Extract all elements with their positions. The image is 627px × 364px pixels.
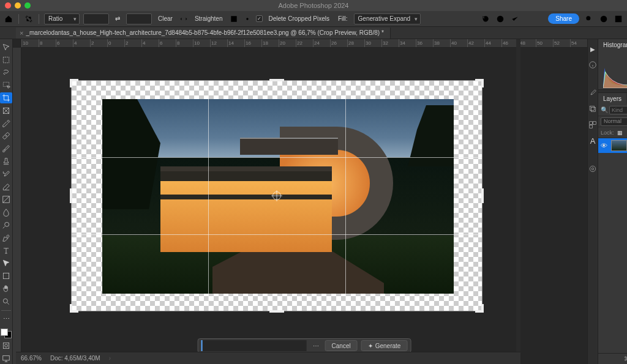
- edit-toolbar-icon[interactable]: ⋯: [0, 314, 12, 325]
- tab-histogram[interactable]: Histogram: [598, 39, 627, 50]
- hand-tool[interactable]: [0, 283, 12, 294]
- lock-label: Lock:: [601, 130, 614, 136]
- screen-mode-icon[interactable]: [0, 353, 12, 364]
- window-maximize-icon[interactable]: [24, 2, 31, 9]
- history-brush-tool[interactable]: [0, 169, 12, 180]
- swatches-panel-icon[interactable]: [588, 120, 598, 130]
- path-select-tool[interactable]: [0, 258, 12, 269]
- crop-handle-bl[interactable]: [70, 304, 72, 313]
- cancel-crop-icon[interactable]: [495, 14, 505, 24]
- crop-handle-tr[interactable]: [481, 79, 484, 87]
- layer-thumbnail[interactable]: [611, 140, 627, 151]
- eraser-tool[interactable]: [0, 182, 12, 193]
- frame-tool[interactable]: [0, 105, 12, 116]
- crop-tool[interactable]: [0, 92, 12, 103]
- clear-button[interactable]: Clear: [156, 14, 175, 23]
- object-select-tool[interactable]: [0, 80, 12, 91]
- svg-point-2: [586, 16, 590, 20]
- svg-rect-5: [3, 57, 9, 62]
- crop-handle-right[interactable]: [481, 188, 484, 203]
- overlay-grid-icon[interactable]: [229, 14, 239, 24]
- blend-mode-dropdown[interactable]: Normal: [601, 117, 627, 126]
- crop-height-input[interactable]: [126, 13, 152, 24]
- color-panel-icon[interactable]: [588, 164, 598, 174]
- canvas[interactable]: ⋯ Cancel ✦Generate: [21, 48, 587, 364]
- crop-grid-line: [72, 234, 482, 235]
- color-swatches[interactable]: [1, 329, 12, 338]
- quick-mask-icon[interactable]: [0, 340, 12, 351]
- help-icon[interactable]: [599, 14, 609, 24]
- tab-layers[interactable]: Layers: [598, 93, 626, 104]
- healing-tool[interactable]: [0, 131, 12, 142]
- layer-row[interactable]: 👁 Crop Preview: [598, 138, 627, 153]
- generate-button[interactable]: ✦Generate: [361, 340, 408, 351]
- character-panel-icon[interactable]: A: [588, 136, 598, 146]
- share-button[interactable]: Share: [548, 13, 579, 24]
- close-tab-icon[interactable]: ×: [20, 29, 23, 37]
- svg-point-0: [246, 18, 249, 20]
- pen-tool[interactable]: [0, 232, 12, 243]
- crop-handle-left[interactable]: [70, 188, 72, 203]
- status-chevron-icon[interactable]: ›: [109, 355, 111, 362]
- brush-tool[interactable]: [0, 143, 12, 154]
- type-tool[interactable]: [0, 245, 12, 256]
- marquee-tool[interactable]: [0, 54, 12, 65]
- window-minimize-icon[interactable]: [15, 2, 21, 9]
- crop-ratio-dropdown[interactable]: Ratio: [44, 13, 80, 24]
- dodge-tool[interactable]: [0, 220, 12, 231]
- search-filter-icon[interactable]: 🔍: [601, 106, 608, 113]
- svg-point-1: [497, 15, 504, 22]
- zoom-tool[interactable]: [0, 296, 12, 307]
- lock-pixels-icon[interactable]: ▦: [616, 128, 625, 138]
- crop-handle-tl[interactable]: [70, 79, 72, 87]
- shape-tool[interactable]: [0, 270, 12, 281]
- canvas-scrollbar[interactable]: [516, 39, 520, 352]
- generative-prompt-input[interactable]: [201, 340, 307, 351]
- tools-panel: ⋯: [0, 39, 13, 364]
- straighten-icon[interactable]: [179, 14, 189, 24]
- crop-handle-bottom[interactable]: [269, 310, 284, 313]
- generative-options-icon[interactable]: ⋯: [310, 343, 321, 349]
- delete-cropped-checkbox[interactable]: ✓: [256, 15, 263, 22]
- crop-settings-icon[interactable]: [242, 14, 252, 24]
- search-icon[interactable]: [584, 14, 594, 24]
- foreground-swatch[interactable]: [1, 329, 8, 336]
- commit-crop-icon[interactable]: [510, 14, 520, 24]
- home-icon[interactable]: [4, 14, 13, 24]
- layers-filter-input[interactable]: [609, 106, 627, 114]
- document-tab[interactable]: × _marcelodantas_a_house_High-tech_archi…: [16, 28, 391, 39]
- window-close-icon[interactable]: [5, 2, 11, 9]
- workspace-icon[interactable]: [614, 14, 623, 24]
- straighten-button[interactable]: Straighten: [192, 14, 225, 23]
- brush-panel-icon[interactable]: [588, 88, 598, 98]
- move-tool[interactable]: [0, 42, 12, 53]
- crop-handle-top[interactable]: [269, 79, 284, 81]
- svg-rect-19: [590, 122, 593, 125]
- play-icon[interactable]: ▶: [588, 44, 598, 54]
- ruler-vertical[interactable]: [13, 48, 21, 364]
- swap-dimensions-icon[interactable]: ⇄: [113, 14, 122, 24]
- visibility-icon[interactable]: 👁: [601, 142, 608, 149]
- crop-width-input[interactable]: [83, 13, 109, 24]
- lasso-tool[interactable]: [0, 67, 12, 78]
- cancel-button[interactable]: Cancel: [325, 340, 358, 351]
- crop-handle-br[interactable]: [481, 304, 484, 313]
- eyedropper-tool[interactable]: [0, 118, 12, 129]
- crop-grid-line: [345, 81, 346, 311]
- svg-rect-18: [591, 108, 596, 112]
- fill-dropdown[interactable]: Generative Expand: [354, 13, 421, 24]
- info-icon[interactable]: [588, 60, 598, 70]
- clone-panel-icon[interactable]: [588, 104, 598, 114]
- ruler-horizontal[interactable]: 1086420246810121416182022242628303234363…: [21, 39, 587, 48]
- blur-tool[interactable]: [0, 207, 12, 218]
- layers-footer: ⌘ fx ◯ ◐ ▣ ⊞ 🗑: [598, 353, 627, 364]
- link-layers-icon[interactable]: ⌘: [624, 355, 627, 362]
- svg-rect-4: [615, 15, 622, 22]
- crop-preview-box[interactable]: [72, 81, 482, 311]
- doc-size[interactable]: Doc: 4,65M/3,40M: [50, 355, 100, 362]
- gradient-tool[interactable]: [0, 195, 12, 206]
- stamp-tool[interactable]: [0, 156, 12, 167]
- crop-tool-icon[interactable]: [24, 14, 34, 24]
- reset-icon[interactable]: [481, 14, 490, 24]
- zoom-level[interactable]: 66.67%: [21, 355, 42, 362]
